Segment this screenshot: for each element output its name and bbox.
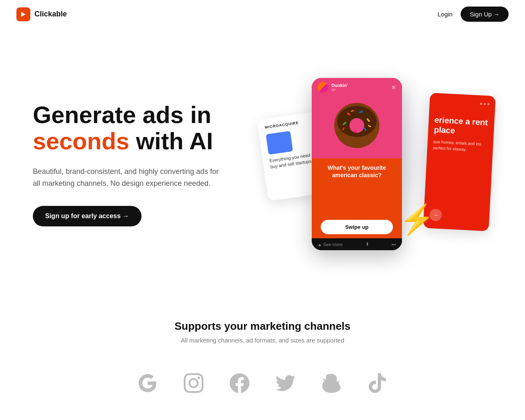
- chevron-up-icon: ▲ See more: [317, 242, 343, 247]
- twitter-icon: [275, 372, 296, 394]
- hero-left: Generate ads in seconds with AI Beautifu…: [33, 102, 221, 226]
- red-body: que homes, entals and ins perfect for et…: [433, 139, 487, 154]
- hero-right: MICROACQUIRE Everything you need to buy …: [254, 70, 492, 258]
- donut-svg: [330, 99, 383, 152]
- cta-button[interactable]: Sign up for early access →: [33, 206, 142, 226]
- headline-part2: with AI: [136, 128, 213, 154]
- dunkin-info: Dunkin' 1h: [331, 83, 348, 92]
- supports-subtitle: All marketing channels, ad formats, and …: [16, 337, 509, 344]
- facebook-icon: [229, 372, 250, 394]
- dunkin-image: [312, 93, 402, 158]
- lightning-icon: ⚡: [399, 205, 435, 234]
- supports-title: Supports your marketing channels: [16, 320, 509, 333]
- headline-orange: seconds: [33, 128, 129, 154]
- swipe-up-button[interactable]: Swipe up: [321, 220, 393, 234]
- red-title: erience a rent place: [434, 115, 488, 137]
- red-dots: [436, 100, 490, 105]
- dot-3: [487, 103, 489, 105]
- dunkin-sub: 1h: [331, 88, 348, 92]
- navbar: Clickable Login Sign Up →: [0, 0, 525, 28]
- hero-section: Generate ads in seconds with AI Beautifu…: [0, 0, 525, 295]
- svg-marker-0: [21, 12, 26, 17]
- nav-actions: Login Sign Up →: [438, 7, 509, 22]
- micro-blue-block: [266, 131, 293, 155]
- dot-2: [484, 103, 486, 105]
- google-icon: [137, 372, 158, 394]
- dunkin-name: Dunkin': [331, 83, 348, 88]
- card-dunkin: Dunkin' 1h ✕: [312, 78, 402, 250]
- logo: Clickable: [16, 7, 67, 21]
- close-icon[interactable]: ✕: [391, 84, 396, 91]
- hero-headline: Generate ads in seconds with AI: [33, 102, 221, 154]
- hero-subtext: Beautiful, brand-consistent, and highly …: [33, 166, 221, 189]
- dunkin-top-bar: Dunkin' 1h ✕: [312, 78, 402, 93]
- tiktok-icon: [367, 372, 388, 394]
- dot-1: [480, 103, 482, 105]
- instagram-icon: [183, 372, 204, 394]
- supports-section: Supports your marketing channels All mar…: [0, 295, 525, 418]
- logo-svg: [20, 11, 27, 18]
- logo-text: Clickable: [34, 10, 67, 18]
- dunkin-orange-area: What's your favourite american classic? …: [312, 158, 402, 238]
- headline-part1: Generate ads in: [33, 101, 211, 128]
- social-icons-row: [16, 364, 509, 402]
- snapchat-icon: [321, 372, 342, 394]
- signup-button[interactable]: Sign Up →: [461, 7, 509, 22]
- dunkin-logo: [317, 82, 328, 93]
- login-button[interactable]: Login: [438, 11, 453, 18]
- more-icon: •••: [391, 242, 396, 247]
- share-icon: ⬆: [365, 242, 369, 247]
- micro-brand: MICROACQUIRE: [265, 118, 317, 130]
- svg-point-4: [349, 118, 364, 133]
- dunkin-question: What's your favourite american classic?: [317, 164, 397, 179]
- dunkin-bottom-bar: ▲ See more ⬆ •••: [312, 238, 402, 250]
- logo-icon: [16, 7, 30, 21]
